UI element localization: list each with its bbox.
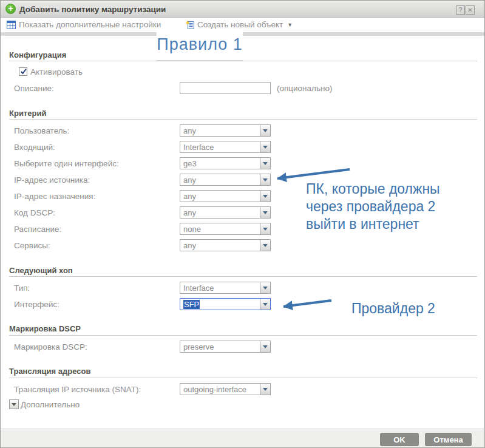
chevron-down-icon[interactable] [260, 174, 270, 185]
note-provider-2: Провайдер 2 [351, 300, 435, 317]
note-source-pcs-line2: через провайдера 2 [306, 198, 440, 216]
dialog-toolbar: Показать дополнительные настройки Создат… [1, 18, 484, 32]
dscp-code-select[interactable]: any [180, 206, 271, 219]
dscp-code-select-value: any [180, 207, 260, 218]
next-hop-type-select-value: Interface [180, 282, 260, 293]
choose-interface-label: Выберите один интерфейс: [14, 159, 119, 168]
rule-annotation-label: Правило 1 [157, 35, 242, 54]
next-hop-interface-select[interactable]: SFP [180, 298, 271, 310]
create-new-object-label: Создать новый объект [197, 20, 283, 29]
schedule-select[interactable]: none [180, 223, 271, 235]
advanced-toggle-icon [12, 403, 16, 406]
incoming-select-value: Interface [180, 141, 260, 152]
services-label: Сервисы: [14, 241, 50, 250]
dscp-code-label: Код DSCP: [14, 208, 55, 217]
user-select-value: any [180, 125, 260, 136]
dest-ip-select-value: any [180, 191, 260, 202]
chevron-down-icon[interactable] [260, 299, 270, 310]
snat-select-value: outgoing-interface [180, 384, 260, 395]
add-routing-policy-dialog: + Добавить политику маршрутизации ? ✕ По… [0, 0, 485, 448]
dest-ip-label: IP-адрес назначения: [14, 192, 95, 201]
new-object-icon [186, 21, 194, 29]
close-button[interactable]: ✕ [466, 5, 475, 15]
section-title-criteria: Критерий [9, 109, 46, 118]
dialog-titlebar: + Добавить политику маршрутизации ? ✕ [1, 1, 484, 18]
section-divider [9, 119, 477, 120]
choose-interface-select[interactable]: ge3 [180, 157, 271, 169]
chevron-down-icon[interactable] [260, 282, 270, 293]
add-plus-icon: + [5, 4, 16, 14]
section-title-address-translation: Трансляция адресов [9, 367, 90, 376]
chevron-down-icon[interactable] [260, 384, 270, 395]
dscp-marking-label: Маркировка DSCP: [14, 342, 87, 351]
show-advanced-settings-button[interactable]: Показать дополнительные настройки [7, 20, 161, 29]
cancel-button[interactable]: Отмена [425, 433, 472, 446]
incoming-select[interactable]: Interface [180, 141, 271, 153]
section-divider [9, 276, 477, 277]
chevron-down-icon[interactable] [260, 125, 270, 136]
snat-select[interactable]: outgoing-interface [180, 383, 271, 395]
snat-label: Трансляция IP источника (SNAT): [14, 385, 141, 394]
description-label: Описание: [14, 84, 54, 93]
chevron-down-icon: ▼ [287, 22, 293, 28]
type-label: Тип: [14, 283, 30, 293]
section-title-next-hop: Следующий хоп [9, 266, 73, 275]
choose-interface-select-value: ge3 [180, 158, 260, 169]
chevron-down-icon[interactable] [260, 207, 270, 218]
user-select[interactable]: any [180, 124, 271, 137]
create-new-object-button[interactable]: Создать новый объект ▼ [186, 20, 293, 29]
chevron-down-icon[interactable] [260, 223, 270, 234]
advanced-toggle-button[interactable] [9, 399, 19, 409]
note-source-pcs-line1: ПК, которые должны [306, 180, 440, 198]
enable-checkbox[interactable] [19, 67, 27, 76]
section-title-configuration: Конфигурация [9, 50, 66, 59]
arrow-to-source-ip [277, 169, 350, 178]
services-select[interactable]: any [180, 239, 271, 251]
chevron-down-icon[interactable] [260, 158, 270, 169]
note-source-pcs-line3: выйти в интернет [306, 216, 440, 233]
ok-button[interactable]: OK [380, 433, 419, 446]
incoming-label: Входящий: [14, 143, 55, 152]
interface-label: Интерфейс: [14, 300, 59, 309]
source-ip-select[interactable]: any [180, 174, 271, 186]
schedule-label: Расписание: [14, 225, 61, 234]
next-hop-type-select[interactable]: Interface [180, 282, 271, 294]
chevron-down-icon[interactable] [260, 240, 270, 251]
optional-hint: (опционально) [277, 84, 332, 93]
source-ip-label: IP-адрес источника: [14, 175, 90, 185]
section-title-dscp-marking: Маркировка DSCP [9, 324, 81, 333]
dscp-marking-select-value: preserve [180, 341, 260, 352]
source-ip-select-value: any [180, 174, 260, 185]
schedule-select-value: none [180, 223, 260, 234]
dest-ip-select[interactable]: any [180, 190, 271, 202]
section-divider [9, 61, 477, 61]
services-select-value: any [180, 240, 260, 251]
section-divider [9, 335, 477, 336]
chevron-down-icon[interactable] [260, 141, 270, 152]
advanced-label: Дополнительно [21, 400, 80, 409]
chevron-down-icon[interactable] [260, 341, 270, 352]
dialog-footer: OK Отмена [1, 429, 484, 448]
table-grid-icon [7, 21, 16, 29]
checkmark-icon [20, 68, 27, 75]
next-hop-interface-select-value: SFP [183, 300, 200, 309]
dialog-title: Добавить политику маршрутизации [19, 5, 166, 14]
note-source-pcs: ПК, которые должны через провайдера 2 вы… [306, 180, 440, 233]
arrow-to-interface [283, 300, 331, 307]
chevron-down-icon[interactable] [260, 191, 270, 202]
user-label: Пользователь: [14, 126, 69, 135]
description-input[interactable] [180, 82, 271, 94]
show-advanced-settings-label: Показать дополнительные настройки [19, 20, 161, 29]
section-divider [9, 378, 477, 378]
dscp-marking-select[interactable]: preserve [180, 341, 271, 353]
enable-label: Активировать [30, 67, 83, 76]
rule-annotation-box: Правило 1 [157, 32, 243, 61]
help-button[interactable]: ? [456, 5, 465, 15]
